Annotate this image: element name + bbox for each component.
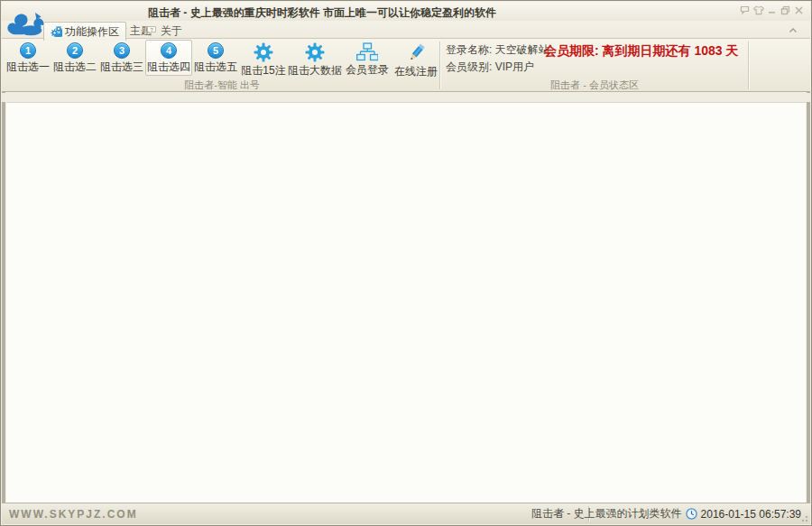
theme-shirt-icon[interactable] xyxy=(752,5,764,15)
button-snipe-15-bets[interactable]: 阻击15注 xyxy=(239,40,288,76)
pencil-icon xyxy=(406,42,427,63)
number-2-circle-icon: 2 xyxy=(67,42,83,59)
login-name-value: 天空破解站 xyxy=(495,43,549,56)
button-snipe-big-data[interactable]: 阻击大数据 xyxy=(288,40,342,76)
button-member-login[interactable]: 会员登录 xyxy=(342,40,392,76)
button-snipe-pick-5[interactable]: 5 阻击选五 xyxy=(192,40,239,76)
main-content-area: 阻 击者 xyxy=(6,102,806,504)
button-snipe-pick-2[interactable]: 2 阻击选二 xyxy=(51,40,98,76)
tab-label: 功能操作区 xyxy=(65,24,119,40)
status-bar: WWW.SKYPJZ.COM 阻击者 - 史上最强的计划类软件 2016-01-… xyxy=(2,503,810,524)
member-status-block: 登录名称: 天空破解站 会员级别: VIP用户 xyxy=(446,42,549,76)
ribbon-collapse-button[interactable] xyxy=(787,24,799,36)
clock-icon xyxy=(686,508,697,520)
statusbar-app-caption: 阻击者 - 史上最强的计划类软件 xyxy=(531,506,682,521)
member-level-value: VIP用户 xyxy=(495,60,534,73)
question-bubble-icon: ? xyxy=(146,25,158,36)
tab-about[interactable]: ? 关于 xyxy=(140,22,189,40)
statusbar-right-panel: 阻击者 - 史上最强的计划类软件 2016-01-15 06:57:39 xyxy=(531,503,801,524)
app-logo-squirrel-icon[interactable] xyxy=(5,11,47,37)
button-snipe-pick-1[interactable]: 1 阻击选一 xyxy=(5,40,51,76)
statusbar-datetime: 2016-01-15 06:57:39 xyxy=(701,508,801,521)
button-snipe-pick-3[interactable]: 3 阻击选三 xyxy=(98,40,145,76)
number-4-circle-icon: 4 xyxy=(161,42,177,59)
title-bar[interactable]: 阻击者 - 史上最强的重庆时时彩软件 市面上唯一可以让你稳定盈利的软件 xyxy=(2,2,810,21)
member-level-row: 会员级别: VIP用户 xyxy=(446,59,549,76)
ribbon-group-caption-smart-numbers: 阻击者-智能 出号 xyxy=(5,78,439,92)
website-text: WWW.SKYPJZ.COM xyxy=(9,508,138,521)
svg-text:?: ? xyxy=(150,27,153,32)
ribbon-button-strip: 1 阻击选一 2 阻击选二 3 阻击选三 4 阻击选四 5 阻击选五 xyxy=(5,40,439,76)
login-name-row: 登录名称: 天空破解站 xyxy=(446,42,549,59)
tab-label: 关于 xyxy=(161,23,182,39)
gear-icon xyxy=(305,42,325,62)
button-online-register[interactable]: 在线注册 xyxy=(392,40,439,76)
ribbon-group-caption-member-status: 阻击者 - 会员状态区 xyxy=(440,78,749,92)
number-1-circle-icon: 1 xyxy=(20,42,36,59)
ribbon: 1 阻击选一 2 阻击选二 3 阻击选三 4 阻击选四 5 阻击选五 xyxy=(2,39,810,92)
app-window: 阻击者 - 史上最强的重庆时时彩软件 市面上唯一可以让你稳定盈利的软件 xyxy=(0,0,812,526)
gears-icon xyxy=(51,26,62,37)
ribbon-tab-row: 功能操作区 主题 ? 关于 xyxy=(2,21,810,39)
gear-icon xyxy=(254,42,273,62)
tab-function-area[interactable]: 功能操作区 xyxy=(43,22,126,41)
close-icon[interactable] xyxy=(793,5,805,15)
number-5-circle-icon: 5 xyxy=(208,42,224,59)
org-chart-icon xyxy=(356,42,378,61)
button-snipe-pick-4[interactable]: 4 阻击选四 xyxy=(145,40,192,76)
window-controls xyxy=(739,5,805,15)
resize-grip[interactable] xyxy=(806,520,807,521)
ribbon-content-gap xyxy=(2,93,810,102)
member-expiry-text: 会员期限: 离到期日期还有 1083 天 xyxy=(544,43,738,60)
minimize-icon[interactable] xyxy=(766,5,778,15)
restore-icon[interactable] xyxy=(780,5,791,15)
window-title: 阻击者 - 史上最强的重庆时时彩软件 市面上唯一可以让你稳定盈利的软件 xyxy=(2,5,642,21)
number-3-circle-icon: 3 xyxy=(114,42,130,59)
chat-bubble-icon[interactable] xyxy=(739,5,751,15)
